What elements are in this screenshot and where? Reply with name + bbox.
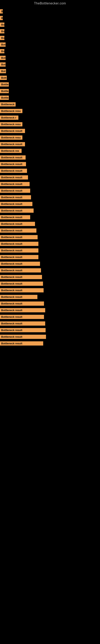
bottleneck-label: Bottleneck result	[0, 255, 38, 259]
bottleneck-label: Bottleneck result	[0, 295, 37, 299]
list-item: Bottleneck result	[0, 201, 100, 207]
bottleneck-label: Bo	[0, 49, 4, 53]
bottleneck-label: B	[0, 16, 3, 20]
list-item: Bottleneck result	[0, 267, 100, 274]
bottleneck-label: Bottleneck result	[0, 215, 30, 219]
bottleneck-label: Bottleneck result	[0, 169, 27, 173]
list-item: Bottle	[0, 88, 100, 94]
list-item: Bot	[0, 68, 100, 74]
bottleneck-label: Bottleneck result	[0, 235, 38, 239]
list-item: Bottleneck resu	[0, 134, 100, 141]
bottleneck-label: Bottleneck result	[0, 208, 34, 213]
bottleneck-label: Bottleneck result	[0, 322, 45, 326]
list-item: Bottleneck result	[0, 234, 100, 240]
list-item: Bottleneck resu	[0, 121, 100, 128]
bottleneck-label: Bottleneck result	[0, 155, 26, 160]
bottleneck-label: Bottleneck result	[0, 341, 43, 346]
bottleneck-label: Bottleneck result	[0, 142, 25, 146]
list-item: Bottleneck result	[0, 187, 100, 194]
list-item: Bot	[0, 54, 100, 61]
bottleneck-label: Bottle	[0, 96, 9, 100]
bottleneck-label: Bottleneck result	[0, 248, 38, 252]
bottleneck-label: B	[0, 9, 3, 14]
bottleneck-label: Bottleneck result	[0, 129, 25, 133]
bottleneck-label: Bottleneck result	[0, 182, 30, 186]
bottleneck-label: Bottleneck result	[0, 308, 45, 312]
list-item: Bottleneck result	[0, 307, 100, 314]
site-title: TheBottlenecker.com	[0, 0, 100, 6]
list-item: B	[0, 15, 100, 21]
bottleneck-label: Bottleneck result	[0, 162, 26, 166]
bottleneck-label: Bot	[0, 56, 6, 60]
bottleneck-label: Bottleneck result	[0, 195, 31, 200]
list-item: Bottleneck result	[0, 207, 100, 214]
bottleneck-label: Bottleneck result	[0, 268, 41, 272]
bottleneck-label: Bottleneck result	[0, 275, 42, 279]
list-item: Bottleneck result	[0, 128, 100, 134]
bottleneck-label: Bottle	[0, 82, 9, 86]
bottleneck-label: Bottleneck result	[0, 228, 36, 233]
list-item: Bottleneck result	[0, 314, 100, 320]
list-item: Bottleneck result	[0, 227, 100, 234]
list-item: Bottleneck result	[0, 274, 100, 280]
list-item: Bottle	[0, 81, 100, 88]
list-item: Bottleneck result	[0, 154, 100, 161]
list-item: Bottleneck result	[0, 254, 100, 260]
list-item: Bottleneck result	[0, 240, 100, 247]
bottleneck-label: Bottleneck result	[0, 282, 43, 286]
bottleneck-label: Bott	[0, 76, 7, 80]
list-item: Bottleneck result	[0, 161, 100, 168]
bottleneck-label: Bottleneck result	[0, 288, 44, 292]
bottleneck-label: Bottleneck result	[0, 202, 32, 206]
list-item: Bot	[0, 41, 100, 48]
list-item: Bott	[0, 74, 100, 81]
bottleneck-label: Bottleneck result	[0, 262, 40, 266]
list-item: Bottleneck result	[0, 334, 100, 340]
items-container: BBBoBoBoBotBoBotBotBotBottBottleBottleBo…	[0, 6, 100, 349]
list-item: Bottleneck result	[0, 141, 100, 148]
list-item: Bottleneck res	[0, 148, 100, 154]
list-item: Bo	[0, 34, 100, 41]
bottleneck-label: Bottleneck result	[0, 335, 46, 339]
bottleneck-label: Bo	[0, 22, 4, 27]
bottleneck-label: Bot	[0, 62, 6, 66]
list-item: Bottleneck result	[0, 280, 100, 287]
bottleneck-label: Bottleneck resu	[0, 109, 22, 113]
list-item: Bottleneck result	[0, 168, 100, 174]
list-item: Bottleneck result	[0, 320, 100, 327]
bottleneck-label: Bottleneck resu	[0, 122, 22, 126]
list-item: Bottleneck resu	[0, 108, 100, 114]
list-item: Bo	[0, 48, 100, 54]
list-item: Bo	[0, 28, 100, 34]
bottleneck-label: Bottleneck result	[0, 222, 35, 226]
list-item: Bottleneck result	[0, 294, 100, 300]
list-item: Bottleneck result	[0, 340, 100, 347]
bottleneck-label: Bottleneck result	[0, 242, 38, 246]
list-item: Bottleneck result	[0, 287, 100, 294]
list-item: Bottleneck result	[0, 220, 100, 227]
list-item: B	[0, 8, 100, 15]
bottleneck-label: Bot	[0, 42, 6, 47]
bottleneck-label: Bottleneck	[0, 102, 16, 106]
bottleneck-label: Bottle	[0, 89, 9, 93]
list-item: Bottleneck result	[0, 174, 100, 181]
list-item: Bottle	[0, 94, 100, 101]
list-item: Bottleneck result	[0, 247, 100, 254]
list-item: Bottleneck result	[0, 194, 100, 201]
list-item: Bottleneck result	[0, 327, 100, 334]
bottleneck-label: Bottleneck result	[0, 188, 30, 193]
list-item: Bot	[0, 61, 100, 68]
list-item: Bottleneck r	[0, 114, 100, 121]
bottleneck-label: Bo	[0, 29, 4, 34]
bottleneck-label: Bottleneck resu	[0, 136, 22, 140]
list-item: Bottleneck result	[0, 300, 100, 307]
bottleneck-label: Bottleneck result	[0, 328, 46, 332]
bottleneck-label: Bottleneck result	[0, 175, 28, 180]
bottleneck-label: Bottleneck res	[0, 149, 22, 153]
bottleneck-label: Bottleneck result	[0, 302, 44, 306]
bottleneck-label: Bot	[0, 69, 6, 73]
list-item: Bo	[0, 21, 100, 28]
list-item: Bottleneck result	[0, 214, 100, 220]
bottleneck-label: Bo	[0, 36, 4, 40]
list-item: Bottleneck	[0, 101, 100, 108]
